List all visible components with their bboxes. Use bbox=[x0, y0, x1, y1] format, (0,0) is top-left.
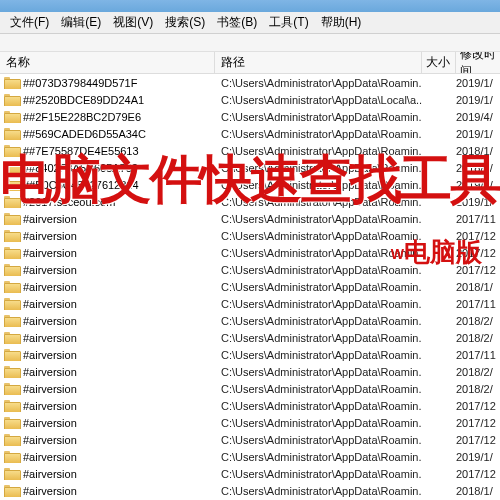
table-row[interactable]: #airversionC:\Users\Administrator\AppDat… bbox=[0, 278, 500, 295]
table-row[interactable]: #airversionC:\Users\Administrator\AppDat… bbox=[0, 244, 500, 261]
cell-path: C:\Users\Administrator\AppData\Roamin... bbox=[215, 213, 422, 225]
cell-date: 2018/2/ bbox=[456, 366, 500, 378]
folder-icon bbox=[4, 94, 19, 106]
menu-view[interactable]: 视图(V) bbox=[107, 12, 159, 33]
table-row[interactable]: ##2520BDCE89DD24A1C:\Users\Administrator… bbox=[0, 91, 500, 108]
menu-edit[interactable]: 编辑(E) bbox=[55, 12, 107, 33]
file-name: #airversion bbox=[23, 213, 77, 225]
table-row[interactable]: ##569CADED6D55A34CC:\Users\Administrator… bbox=[0, 125, 500, 142]
table-row[interactable]: ##8402F3A5D665A702C:\Users\Administrator… bbox=[0, 159, 500, 176]
cell-path: C:\Users\Administrator\AppData\Roamin... bbox=[215, 264, 422, 276]
file-name: ##8402F3A5D665A702 bbox=[23, 162, 138, 174]
table-row[interactable]: #airversionC:\Users\Administrator\AppDat… bbox=[0, 397, 500, 414]
table-row[interactable]: #airversionC:\Users\Administrator\AppDat… bbox=[0, 363, 500, 380]
folder-icon bbox=[4, 162, 19, 174]
folder-icon bbox=[4, 213, 19, 225]
file-name: #airversion bbox=[23, 451, 77, 463]
cell-date: 2019/1/ bbox=[456, 94, 500, 106]
folder-icon bbox=[4, 468, 19, 480]
cell-date: 2018/2/ bbox=[456, 332, 500, 344]
cell-name: #airversion bbox=[0, 332, 215, 344]
file-name: ##073D3798449D571F bbox=[23, 77, 137, 89]
header-size[interactable]: 大小 bbox=[422, 52, 456, 73]
file-name: ##2520BDCE89DD24A1 bbox=[23, 94, 144, 106]
cell-name: #airversion bbox=[0, 264, 215, 276]
cell-date: 2019/4/ bbox=[456, 111, 500, 123]
cell-date: 2017/12 bbox=[456, 230, 500, 242]
menu-bookmark[interactable]: 书签(B) bbox=[211, 12, 263, 33]
header-name[interactable]: 名称 bbox=[0, 52, 215, 73]
cell-path: C:\Users\Administrator\AppData\Roamin... bbox=[215, 128, 422, 140]
cell-date: 2017/12 bbox=[456, 400, 500, 412]
table-row[interactable]: #airversionC:\Users\Administrator\AppDat… bbox=[0, 329, 500, 346]
cell-name: ##7E75587DE4E55613 bbox=[0, 145, 215, 157]
cell-path: C:\Users\Administrator\AppData\Roamin... bbox=[215, 468, 422, 480]
table-row[interactable]: #airversionC:\Users\Administrator\AppDat… bbox=[0, 261, 500, 278]
cell-name: #airversion bbox=[0, 366, 215, 378]
cell-name: #airversion bbox=[0, 213, 215, 225]
file-name: #airversion bbox=[23, 468, 77, 480]
cell-date: 2018/3/ bbox=[456, 162, 500, 174]
cell-date: 2018/1/ bbox=[456, 281, 500, 293]
table-row[interactable]: ##073D3798449D571FC:\Users\Administrator… bbox=[0, 74, 500, 91]
cell-date: 2017/11 bbox=[456, 298, 500, 310]
cell-path: C:\Users\Administrator\AppData\Roamin... bbox=[215, 366, 422, 378]
cell-name: #airversion bbox=[0, 298, 215, 310]
cell-name: ##8402F3A5D665A702 bbox=[0, 162, 215, 174]
cell-path: C:\Users\Administrator\AppData\Roamin... bbox=[215, 485, 422, 497]
table-row[interactable]: #airversionC:\Users\Administrator\AppDat… bbox=[0, 482, 500, 499]
cell-date: 2017/12 bbox=[456, 434, 500, 446]
cell-name: #airversion bbox=[0, 434, 215, 446]
cell-date: 2017/12 bbox=[456, 247, 500, 259]
table-row[interactable]: #airversionC:\Users\Administrator\AppDat… bbox=[0, 380, 500, 397]
folder-icon bbox=[4, 281, 19, 293]
table-row[interactable]: #airversionC:\Users\Administrator\AppDat… bbox=[0, 312, 500, 329]
cell-path: C:\Users\Administrator\AppData\Local\a..… bbox=[215, 94, 422, 106]
menu-help[interactable]: 帮助(H) bbox=[315, 12, 368, 33]
folder-icon bbox=[4, 366, 19, 378]
header-path[interactable]: 路径 bbox=[215, 52, 422, 73]
folder-icon bbox=[4, 230, 19, 242]
folder-icon bbox=[4, 179, 19, 191]
cell-date: 2017/12 bbox=[456, 264, 500, 276]
cell-name: #airversion bbox=[0, 315, 215, 327]
table-row[interactable]: #airversionC:\Users\Administrator\AppDat… bbox=[0, 295, 500, 312]
cell-name: ##569CADED6D55A34C bbox=[0, 128, 215, 140]
folder-icon bbox=[4, 400, 19, 412]
cell-path: C:\Users\Administrator\AppData\Roamin... bbox=[215, 179, 422, 191]
folder-icon bbox=[4, 264, 19, 276]
cell-date: 2017/12 bbox=[456, 417, 500, 429]
table-row[interactable]: #airversionC:\Users\Administrator\AppDat… bbox=[0, 431, 500, 448]
file-name: #airversion bbox=[23, 417, 77, 429]
cell-date: 2017/11 bbox=[456, 349, 500, 361]
table-row[interactable]: ##B0C3C45F27612814C:\Users\Administrator… bbox=[0, 176, 500, 193]
cell-name: #airversion bbox=[0, 468, 215, 480]
table-row[interactable]: #airversionC:\Users\Administrator\AppDat… bbox=[0, 227, 500, 244]
table-row[interactable]: #airversionC:\Users\Administrator\AppDat… bbox=[0, 465, 500, 482]
table-row[interactable]: ##7E75587DE4E55613C:\Users\Administrator… bbox=[0, 142, 500, 159]
file-name: #airversion bbox=[23, 230, 77, 242]
menu-file[interactable]: 文件(F) bbox=[4, 12, 55, 33]
cell-path: C:\Users\Administrator\AppData\Roamin... bbox=[215, 332, 422, 344]
table-row[interactable]: #airversionC:\Users\Administrator\AppDat… bbox=[0, 210, 500, 227]
cell-name: #2017.ssceou.com bbox=[0, 196, 215, 208]
table-row[interactable]: #airversionC:\Users\Administrator\AppDat… bbox=[0, 448, 500, 465]
menu-tools[interactable]: 工具(T) bbox=[263, 12, 314, 33]
table-row[interactable]: #airversionC:\Users\Administrator\AppDat… bbox=[0, 414, 500, 431]
header-date[interactable]: 修改时间 bbox=[456, 52, 500, 73]
cell-date: 2017/11 bbox=[456, 213, 500, 225]
table-row[interactable]: #airversionC:\Users\Administrator\AppDat… bbox=[0, 346, 500, 363]
menu-search[interactable]: 搜索(S) bbox=[159, 12, 211, 33]
cell-date: 2018/2/ bbox=[456, 383, 500, 395]
file-name: #airversion bbox=[23, 349, 77, 361]
folder-icon bbox=[4, 383, 19, 395]
toolbar bbox=[0, 34, 500, 52]
table-row[interactable]: #2017.ssceou.comC:\Users\Administrator\A… bbox=[0, 193, 500, 210]
menubar: 文件(F) 编辑(E) 视图(V) 搜索(S) 书签(B) 工具(T) 帮助(H… bbox=[0, 12, 500, 34]
file-name: #airversion bbox=[23, 298, 77, 310]
window-titlebar bbox=[0, 0, 500, 12]
file-name: ##569CADED6D55A34C bbox=[23, 128, 146, 140]
table-row[interactable]: ##2F15E228BC2D79E6C:\Users\Administrator… bbox=[0, 108, 500, 125]
folder-icon bbox=[4, 196, 19, 208]
file-name: #airversion bbox=[23, 332, 77, 344]
